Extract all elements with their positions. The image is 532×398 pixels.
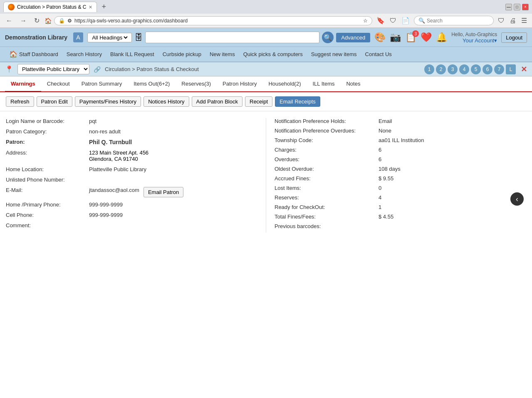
- login-value: pqt: [89, 118, 97, 124]
- tab-checkout[interactable]: Checkout: [41, 76, 76, 91]
- bookmark-list-icon[interactable]: 🔖: [375, 16, 386, 25]
- heading-select-wrapper[interactable]: All Headings: [87, 33, 132, 42]
- address-bar[interactable]: 🔒 ⚙ ☆: [54, 16, 372, 25]
- camera-icon[interactable]: 📷: [390, 32, 401, 43]
- nav-curbside[interactable]: Curbside pickup: [158, 48, 205, 61]
- browser-tab-close[interactable]: ×: [89, 4, 92, 10]
- close-patron-button[interactable]: ✕: [521, 65, 527, 74]
- back-button[interactable]: ←: [3, 16, 15, 25]
- home-phone-row: Home /Primary Phone: 999-999-9999: [6, 201, 257, 208]
- page-num-3[interactable]: 3: [448, 64, 458, 74]
- township-row: Township Code: aa01 ILL Institution: [275, 137, 526, 143]
- bell-icon[interactable]: 🔔: [436, 32, 447, 43]
- home-location-label: Home Location:: [6, 166, 89, 172]
- browser-tabs: Circulation > Patron Status & C × +: [3, 2, 109, 12]
- comment-row: Comment:: [6, 222, 257, 228]
- cell-phone-label: Cell Phone:: [6, 212, 89, 218]
- location-select[interactable]: Platteville Public Library: [17, 64, 89, 74]
- page-num-7[interactable]: 7: [494, 64, 504, 74]
- reserves-label: Reserves:: [275, 194, 379, 201]
- nav-contact[interactable]: Contact Us: [361, 48, 396, 61]
- search-submit-button[interactable]: 🔍: [322, 32, 334, 43]
- app-logo-icon: A: [72, 31, 85, 44]
- reload-button[interactable]: ↻: [32, 16, 42, 25]
- search-text-input[interactable]: [145, 32, 319, 43]
- advanced-search-button[interactable]: Advanced: [336, 33, 370, 42]
- minimize-button[interactable]: —: [505, 4, 512, 10]
- notif-overdues-row: Notification Preference Overdues: None: [275, 128, 526, 134]
- action-bar: Refresh Patron Edit Payments/Fines Histo…: [0, 92, 532, 111]
- home-nav-button[interactable]: 🏠: [45, 17, 52, 24]
- tab-household[interactable]: Household(2): [262, 76, 307, 91]
- nav-staff-dashboard[interactable]: 🏠 Staff Dashboard: [5, 47, 62, 61]
- left-panel: Login Name or Barcode: pqt Patron Catego…: [6, 118, 257, 233]
- nav-blank-ill[interactable]: Blank ILL Request: [106, 48, 158, 61]
- shield-icon[interactable]: 🛡: [388, 16, 398, 25]
- url-input[interactable]: [74, 18, 361, 24]
- payments-fines-button[interactable]: Payments/Fines History: [75, 96, 141, 107]
- reader-icon[interactable]: 📄: [400, 16, 411, 25]
- tab-patron-summary[interactable]: Patron Summary: [76, 76, 128, 91]
- notif-overdues-label: Notification Preference Overdues:: [275, 128, 379, 134]
- accrued-fines-value: $ 9.55: [379, 175, 393, 182]
- user-account-link[interactable]: Your Account▾: [451, 37, 497, 44]
- tab-notes[interactable]: Notes: [340, 76, 366, 91]
- maximize-button[interactable]: □: [514, 4, 520, 10]
- email-receipts-button[interactable]: Email Receipts: [275, 96, 320, 107]
- receipt-button[interactable]: Receipt: [245, 96, 272, 107]
- tab-ill-items[interactable]: ILL Items: [307, 76, 341, 91]
- refresh-button[interactable]: Refresh: [6, 96, 34, 107]
- reserves-value: 4: [379, 194, 381, 201]
- tab-warnings[interactable]: Warnings: [5, 76, 41, 92]
- nav-suggest[interactable]: Suggest new items: [307, 48, 361, 61]
- user-info: Hello, Auto-Graphics Your Account▾: [451, 32, 497, 44]
- nav-search-history[interactable]: Search History: [62, 48, 106, 61]
- breadcrumb-icon: 🔗: [94, 66, 101, 73]
- bookmark-icon[interactable]: ☆: [363, 18, 368, 24]
- lost-items-row: Lost Items: 0: [275, 185, 526, 191]
- back-scroll-button[interactable]: ‹: [510, 192, 524, 206]
- nav-menu: 🏠 Staff Dashboard Search History Blank I…: [0, 47, 532, 62]
- list-icon[interactable]: 📋 3: [405, 32, 416, 43]
- page-num-1[interactable]: 1: [424, 64, 434, 74]
- address-line2: Glendora, CA 91740: [89, 156, 148, 162]
- menu-icon[interactable]: ☰: [520, 16, 529, 25]
- township-value: aa01 ILL Institution: [379, 137, 424, 143]
- patron-edit-button[interactable]: Patron Edit: [37, 96, 72, 107]
- heart-icon[interactable]: ❤️: [421, 32, 432, 43]
- browser-search-bar[interactable]: 🔍: [414, 16, 494, 25]
- close-window-button[interactable]: ×: [522, 4, 529, 10]
- page-num-5[interactable]: 5: [471, 64, 481, 74]
- notices-history-button[interactable]: Notices History: [144, 96, 189, 107]
- charges-label: Charges:: [275, 147, 379, 153]
- email-patron-button[interactable]: Email Patron: [144, 187, 183, 197]
- page-num-L[interactable]: L: [506, 64, 516, 74]
- tab-reserves[interactable]: Reserves(3): [176, 76, 217, 91]
- unlisted-phone-label: Unlisted Phone Number:: [6, 177, 89, 183]
- palette-icon[interactable]: 🎨: [374, 32, 386, 43]
- notif-overdues-value: None: [379, 128, 391, 134]
- forward-button[interactable]: →: [17, 16, 29, 25]
- nav-new-items[interactable]: New items: [205, 48, 239, 61]
- new-tab-button[interactable]: +: [99, 2, 110, 12]
- tab-items-out[interactable]: Items Out(6+2): [128, 76, 176, 91]
- comment-label: Comment:: [6, 222, 89, 228]
- page-num-2[interactable]: 2: [436, 64, 446, 74]
- browser-search-input[interactable]: [427, 18, 489, 24]
- add-patron-block-button[interactable]: Add Patron Block: [192, 96, 242, 107]
- window-controls: — □ ×: [505, 4, 529, 10]
- page-num-6[interactable]: 6: [483, 64, 492, 74]
- active-browser-tab[interactable]: Circulation > Patron Status & C ×: [3, 2, 97, 12]
- extensions-icon[interactable]: 🛡: [496, 16, 506, 25]
- charges-value: 6: [379, 147, 381, 153]
- logout-button[interactable]: Logout: [501, 32, 527, 43]
- database-icon[interactable]: 🗄: [134, 33, 143, 42]
- address-value: 123 Main Street Apt. 456 Glendora, CA 91…: [89, 150, 148, 162]
- print-icon[interactable]: 🖨: [508, 16, 518, 25]
- heading-select[interactable]: All Headings: [90, 34, 129, 41]
- tab-patron-history[interactable]: Patron History: [217, 76, 262, 91]
- breadcrumb-text: Circulation > Patron Status & Checkout: [105, 66, 199, 72]
- nav-quick-picks[interactable]: Quick picks & computers: [239, 48, 307, 61]
- page-num-4[interactable]: 4: [459, 64, 469, 74]
- home-phone-value: 999-999-9999: [89, 201, 123, 208]
